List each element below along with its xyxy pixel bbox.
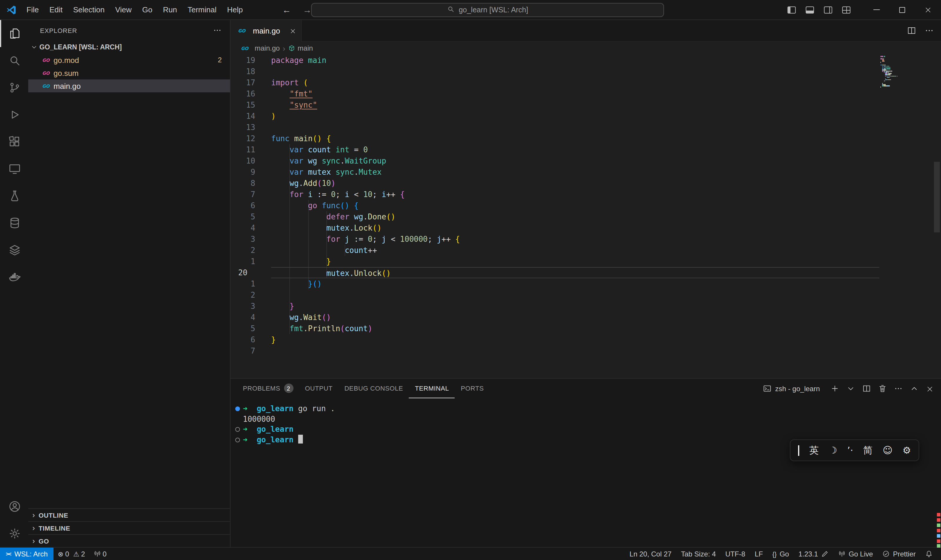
line-number: 6 (231, 334, 271, 345)
line-number: 9 (231, 166, 271, 178)
check-circle-icon (883, 550, 890, 558)
remote-explorer-icon[interactable] (0, 155, 28, 182)
terminal[interactable]: ➜ go_learn go run .1000000➜ go_learn➜ go… (231, 398, 941, 445)
menu-help[interactable]: Help (222, 0, 248, 20)
panel-tab-problems[interactable]: PROBLEMS2 (237, 379, 299, 398)
code-line: 6} (231, 334, 941, 345)
editor-scrollbar[interactable] (934, 162, 940, 232)
back-arrow-icon[interactable]: ← (282, 5, 291, 15)
terminal-line: ➜ go_learn go run . (231, 403, 941, 414)
status-prettier[interactable]: Prettier (878, 548, 920, 560)
command-decoration-icon[interactable] (235, 437, 240, 442)
ime-simplified-chinese[interactable]: 简 (863, 446, 873, 455)
extensions-icon[interactable] (0, 128, 28, 155)
docker-icon[interactable] (0, 263, 28, 291)
ime-punctuation-mode-icon[interactable]: ’· (847, 446, 853, 455)
code-line: 17import ( (231, 77, 941, 88)
code-line: 16 "fmt" (231, 88, 941, 99)
activity-bar-top (0, 20, 28, 291)
section-outline[interactable]: ›OUTLINE (28, 508, 230, 521)
source-control-icon[interactable] (0, 74, 28, 101)
tab-close-icon[interactable] (289, 27, 297, 34)
explorer-more-actions-icon[interactable] (213, 26, 222, 35)
close-button[interactable] (915, 0, 941, 20)
ime-settings-icon[interactable]: ⚙ (903, 446, 911, 455)
run-debug-icon[interactable] (0, 101, 28, 128)
forward-arrow-icon[interactable]: → (303, 5, 312, 15)
remote-indicator[interactable]: >< WSL: Arch (0, 548, 54, 560)
panel-tab-output[interactable]: OUTPUT (299, 379, 338, 398)
section-go[interactable]: ›GO (28, 534, 230, 547)
menu-terminal[interactable]: Terminal (182, 0, 222, 20)
panel-more-actions-icon[interactable] (894, 384, 903, 393)
new-terminal-icon[interactable] (830, 384, 839, 393)
status-language-mode[interactable]: {}Go (767, 548, 794, 560)
editor-more-actions-icon[interactable] (924, 26, 934, 35)
settings-icon[interactable] (0, 520, 28, 547)
kill-terminal-icon[interactable] (878, 384, 887, 393)
command-decoration-icon[interactable] (235, 427, 240, 432)
file-main-go[interactable]: GOmain.go (28, 79, 230, 92)
toggle-sidebar-icon[interactable] (787, 6, 796, 13)
vscode-window: FileEditSelectionViewGoRunTerminalHelp ←… (0, 0, 941, 560)
minimap[interactable] (880, 56, 902, 89)
overview-ruler-mark (937, 544, 940, 548)
status-go-live[interactable]: Go Live (833, 548, 878, 560)
panel-tab-debug-console[interactable]: DEBUG CONSOLE (338, 379, 409, 398)
status-label: UTF-8 (725, 550, 745, 558)
file-go-mod[interactable]: GOgo.mod2 (28, 54, 230, 66)
search-icon[interactable] (0, 47, 28, 74)
file-go-sum[interactable]: GOgo.sum (28, 66, 230, 79)
folder-root[interactable]: GO_LEARN [WSL: ARCH] (28, 41, 230, 54)
split-editor-icon[interactable] (907, 26, 916, 35)
terminal-instance-item[interactable]: zsh - go_learn (763, 384, 820, 393)
command-center[interactable]: go_learn [WSL: Arch] (311, 3, 664, 17)
files-icon[interactable] (0, 20, 28, 47)
ports-status[interactable]: 0 (89, 548, 111, 560)
toggle-panel-icon[interactable] (806, 6, 814, 13)
line-number: 18 (231, 66, 271, 77)
layers-icon[interactable] (0, 237, 28, 263)
status-eol[interactable]: LF (750, 548, 767, 560)
code-editor[interactable]: 19package main1817import (16 "fmt"15 "sy… (231, 55, 941, 378)
account-icon[interactable] (0, 493, 28, 520)
terminal-launch-chevron-icon[interactable] (846, 384, 855, 393)
split-terminal-icon[interactable] (862, 384, 871, 393)
editor-actions (907, 20, 934, 41)
database-icon[interactable] (0, 209, 28, 237)
minimize-button[interactable] (863, 0, 889, 20)
breadcrumb-file[interactable]: GO main.go (240, 44, 280, 52)
status-encoding[interactable]: UTF-8 (720, 548, 750, 560)
menu-selection[interactable]: Selection (68, 0, 110, 20)
line-number: 5 (231, 323, 271, 334)
panel-tab-terminal[interactable]: TERMINAL (409, 379, 455, 398)
ime-width-mode-icon[interactable]: ☽ (829, 446, 837, 455)
status-cursor-position[interactable]: Ln 20, Col 27 (625, 548, 677, 560)
menu-go[interactable]: Go (137, 0, 158, 20)
ime-language-mode[interactable]: 英 (809, 446, 819, 455)
line-number: 11 (231, 144, 271, 155)
panel-tab-ports[interactable]: PORTS (455, 379, 490, 398)
braces-icon: {} (772, 550, 776, 557)
menu-view[interactable]: View (110, 0, 137, 20)
status-go-version[interactable]: 1.23.1 (794, 548, 833, 560)
menu-edit[interactable]: Edit (44, 0, 68, 20)
menu-file[interactable]: File (21, 0, 44, 20)
testing-icon[interactable] (0, 182, 28, 209)
menu-run[interactable]: Run (158, 0, 182, 20)
maximize-button[interactable] (889, 0, 915, 20)
customize-layout-icon[interactable] (842, 6, 850, 13)
status-indentation[interactable]: Tab Size: 4 (677, 548, 721, 560)
breadcrumb-symbol[interactable]: main (288, 44, 313, 52)
code-line: 19package main (231, 55, 941, 66)
problems-status[interactable]: ⊗ 0 ⚠ 2 (54, 548, 89, 560)
toggle-secondary-sidebar-icon[interactable] (824, 6, 832, 13)
ime-emoji-icon[interactable]: ☺ (883, 446, 892, 455)
close-panel-icon[interactable] (926, 385, 934, 393)
ime-caret[interactable] (798, 445, 799, 455)
tab-main-go[interactable]: GO main.go (231, 20, 302, 42)
section-timeline[interactable]: ›TIMELINE (28, 521, 230, 534)
command-decoration-icon[interactable] (235, 406, 240, 411)
status-notifications[interactable] (920, 548, 938, 560)
maximize-panel-icon[interactable] (910, 384, 919, 393)
